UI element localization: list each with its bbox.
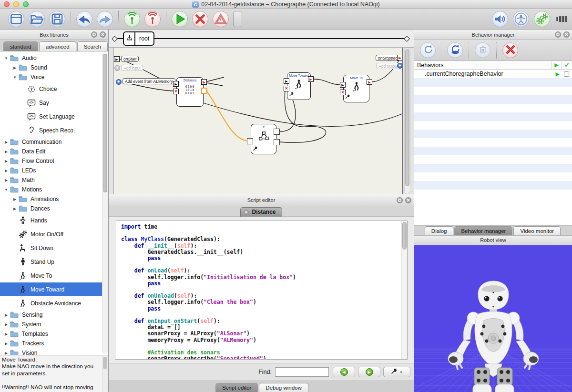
play-behavior-icon[interactable]: ▶ bbox=[556, 71, 560, 77]
close-tab-icon[interactable] bbox=[244, 210, 249, 215]
stiffness-slider[interactable] bbox=[233, 11, 242, 27]
robot-posture-button[interactable] bbox=[513, 11, 529, 27]
if-output-b-port[interactable] bbox=[274, 139, 280, 145]
minimize-window-button[interactable] bbox=[13, 1, 19, 7]
tree-item-motor-on-off[interactable]: Motor On/Off bbox=[0, 227, 108, 241]
behavior-checkbox[interactable] bbox=[564, 71, 569, 77]
transfer-play-button[interactable] bbox=[447, 42, 463, 58]
expander-icon[interactable]: ▶ bbox=[3, 351, 10, 355]
zoom-window-button[interactable] bbox=[23, 1, 29, 7]
box-if[interactable]: if bbox=[251, 124, 276, 154]
find-input[interactable] bbox=[275, 367, 329, 377]
tree-item-say[interactable]: Say bbox=[0, 96, 108, 110]
tree-item-vision[interactable]: ▶Vision bbox=[0, 348, 108, 355]
if-input-port[interactable] bbox=[247, 138, 253, 144]
expander-icon[interactable]: ▼ bbox=[11, 75, 18, 80]
expander-icon[interactable]: ▼ bbox=[3, 188, 10, 192]
debug-warning-button[interactable] bbox=[213, 11, 229, 27]
expander-icon[interactable]: ▶ bbox=[3, 342, 10, 346]
move-toward-output-port[interactable]: ▶ bbox=[308, 76, 314, 82]
tree-item-hands[interactable]: Hands bbox=[0, 213, 108, 227]
library-tab-standard[interactable]: standard bbox=[3, 41, 38, 51]
root-node[interactable]: root bbox=[123, 31, 154, 46]
tree-item-leds[interactable]: ▶LEDs bbox=[0, 166, 108, 175]
editor-tab-debug-window[interactable]: Debug window bbox=[259, 383, 308, 392]
tree-item-communication[interactable]: ▶Communication bbox=[0, 137, 108, 147]
onstart-port[interactable]: ▶ bbox=[114, 56, 120, 62]
tree-item-stand-up[interactable]: Stand Up bbox=[0, 255, 108, 269]
close-window-button[interactable] bbox=[4, 1, 10, 7]
tree-item-sound[interactable]: ▶Sound bbox=[0, 63, 108, 72]
expander-icon[interactable]: ▶ bbox=[3, 332, 10, 336]
box-move-toward[interactable]: Move Toward bbox=[287, 72, 311, 100]
code-editor[interactable]: import time class MyClass(GeneratedClass… bbox=[115, 221, 408, 360]
add-event-label[interactable]: Add event from ALMemory bbox=[123, 78, 175, 84]
battery-button[interactable] bbox=[555, 11, 569, 27]
library-tab-search[interactable]: Search bbox=[77, 41, 108, 51]
tree-item-dances[interactable]: ▶Dances bbox=[0, 204, 108, 213]
float-panel-icon[interactable] bbox=[555, 31, 561, 38]
move-to-input-port[interactable]: ▶ bbox=[340, 82, 346, 88]
distance-output-port[interactable]: ▶ bbox=[201, 79, 207, 85]
script-tab-distance[interactable]: Distance bbox=[240, 207, 282, 217]
tree-item-obstacle-avoidance[interactable]: Obstacle Avoidance bbox=[0, 296, 108, 310]
preferences-gears-button[interactable] bbox=[534, 11, 550, 27]
if-output-a-port[interactable] bbox=[274, 129, 280, 135]
expander-icon[interactable]: ▶ bbox=[3, 150, 10, 154]
panel-tab-dialog[interactable]: Dialog bbox=[425, 226, 454, 235]
close-panel-icon[interactable] bbox=[100, 31, 106, 38]
stop-button[interactable] bbox=[192, 11, 208, 27]
distance-stop-port[interactable]: × bbox=[173, 89, 179, 94]
redo-button[interactable] bbox=[97, 11, 113, 27]
tree-scrollbar[interactable] bbox=[102, 52, 108, 354]
onstopped-port[interactable]: ▶ bbox=[397, 55, 403, 60]
transfer-behavior-button[interactable] bbox=[420, 42, 436, 58]
expander-icon[interactable]: ▶ bbox=[3, 322, 10, 327]
tree-item-motions[interactable]: ▼Motions bbox=[0, 185, 108, 194]
distance-data-output-port[interactable] bbox=[201, 88, 207, 94]
tree-item-voice[interactable]: ▼Voice bbox=[0, 72, 108, 82]
tree-item-set-language[interactable]: Set Language bbox=[0, 110, 108, 123]
play-button[interactable] bbox=[172, 11, 188, 27]
tree-item-system[interactable]: ▶System bbox=[0, 320, 108, 329]
close-panel-icon[interactable] bbox=[405, 197, 411, 203]
delete-behavior-button[interactable] bbox=[475, 42, 490, 58]
tree-item-math[interactable]: ▶Math bbox=[0, 175, 108, 185]
float-panel-icon[interactable] bbox=[91, 31, 97, 38]
float-panel-icon[interactable] bbox=[397, 197, 403, 203]
expander-icon[interactable]: ▶ bbox=[3, 169, 10, 173]
tree-item-sensing[interactable]: ▶Sensing bbox=[0, 310, 108, 320]
robot-view[interactable] bbox=[414, 245, 572, 392]
move-to-stop-port[interactable]: × bbox=[340, 90, 346, 95]
add-output-plus-icon[interactable]: + bbox=[397, 63, 403, 69]
add-input-plus-icon[interactable]: + bbox=[114, 65, 120, 71]
save-file-button[interactable] bbox=[49, 11, 65, 27]
expander-icon[interactable]: ▶ bbox=[11, 66, 18, 70]
move-toward-stop-port[interactable]: × bbox=[284, 86, 289, 91]
expander-icon[interactable]: ▶ bbox=[3, 178, 10, 182]
tree-item-animations[interactable]: ▶Animations bbox=[0, 194, 108, 204]
connect-button[interactable] bbox=[124, 11, 140, 27]
editor-tab-script-editor[interactable]: Script editor bbox=[215, 383, 258, 392]
check-all-icon[interactable]: ✓ bbox=[564, 61, 570, 69]
undo-button[interactable] bbox=[76, 11, 92, 27]
tree-item-move-to[interactable]: Move To bbox=[0, 269, 108, 282]
behavior-row[interactable]: .currentChoregrapheBehavior▶ bbox=[414, 70, 572, 78]
library-tab-advanced[interactable]: advanced bbox=[39, 41, 76, 51]
box-distance[interactable]: Distance 0100 1010 0101 bbox=[176, 77, 204, 107]
code-scrollbar[interactable] bbox=[401, 221, 407, 359]
description-scrollbar[interactable] bbox=[102, 356, 108, 392]
panel-tab-video-monitor[interactable]: Video monitor bbox=[513, 226, 561, 235]
tree-item-choice[interactable]: ?Choice bbox=[0, 82, 108, 96]
find-previous-button[interactable]: ◀ bbox=[333, 367, 355, 377]
expander-icon[interactable]: ▶ bbox=[3, 159, 10, 163]
distance-input-port[interactable]: ▶ bbox=[173, 81, 179, 87]
stop-all-button[interactable] bbox=[502, 42, 518, 58]
move-toward-input-port[interactable]: ▶ bbox=[284, 78, 289, 84]
tree-item-templates[interactable]: ▶Templates bbox=[0, 329, 108, 339]
tree-item-sit-down[interactable]: Sit Down bbox=[0, 241, 108, 255]
tree-item-move-toward[interactable]: Move Toward bbox=[0, 282, 108, 296]
play-all-icon[interactable]: ▶ bbox=[554, 62, 558, 68]
tree-item-trackers[interactable]: ▶Trackers bbox=[0, 339, 108, 348]
expander-icon[interactable]: ▶ bbox=[11, 197, 18, 201]
